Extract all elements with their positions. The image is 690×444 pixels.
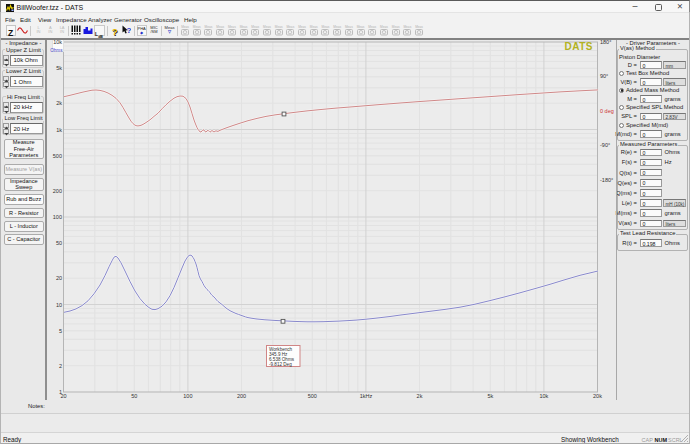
svg-text:200: 200 bbox=[237, 393, 246, 399]
svg-text:2k: 2k bbox=[56, 100, 62, 106]
svg-text:20: 20 bbox=[56, 275, 62, 281]
svg-text:-90°: -90° bbox=[600, 142, 610, 148]
svg-text:100: 100 bbox=[53, 214, 62, 220]
svg-text:50: 50 bbox=[131, 393, 137, 399]
svg-text:DATS: DATS bbox=[565, 41, 593, 52]
svg-text:100: 100 bbox=[183, 393, 192, 399]
svg-text:200: 200 bbox=[53, 188, 62, 194]
svg-text:20: 20 bbox=[60, 393, 66, 399]
svg-text:1kHz: 1kHz bbox=[360, 393, 373, 399]
svg-text:10k: 10k bbox=[539, 393, 548, 399]
svg-text:5: 5 bbox=[59, 328, 62, 334]
svg-text:20k: 20k bbox=[593, 393, 602, 399]
svg-text:500: 500 bbox=[53, 153, 62, 159]
svg-text:500: 500 bbox=[308, 393, 317, 399]
svg-text:2k: 2k bbox=[417, 393, 423, 399]
svg-text:Ohms: Ohms bbox=[50, 48, 63, 53]
svg-text:2: 2 bbox=[59, 363, 62, 369]
svg-text:5k: 5k bbox=[487, 393, 493, 399]
svg-text:-9.812 Deg: -9.812 Deg bbox=[269, 362, 292, 367]
svg-text:5k: 5k bbox=[56, 65, 62, 71]
svg-text:10k: 10k bbox=[53, 39, 62, 45]
svg-text:10: 10 bbox=[56, 302, 62, 308]
svg-text:50: 50 bbox=[56, 240, 62, 246]
svg-text:1k: 1k bbox=[56, 127, 62, 133]
